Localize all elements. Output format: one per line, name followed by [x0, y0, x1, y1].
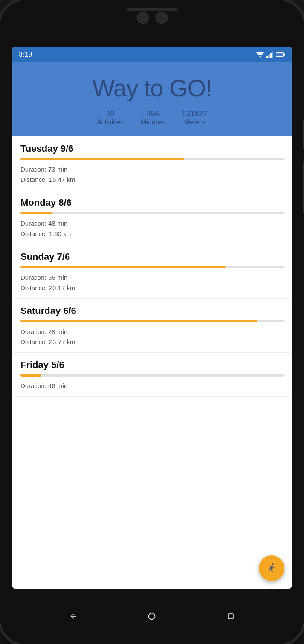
status-time: 3:19: [19, 51, 32, 58]
battery-icon: [276, 52, 285, 57]
progress-bar-container: [20, 320, 284, 322]
activity-distance: Distance: 1.60 km: [20, 229, 284, 239]
progress-bar-fill: [20, 320, 257, 322]
fab-add-activity[interactable]: [259, 555, 284, 581]
stat-minutes-value: 456: [141, 109, 165, 118]
activity-duration: Duration: 46 min: [20, 381, 284, 391]
wifi-icon: [256, 52, 264, 58]
activity-day-label: Sunday 7/6: [20, 251, 284, 262]
list-item[interactable]: Tuesday 9/6Duration: 73 minDistance: 15.…: [12, 136, 292, 190]
activity-day-label: Monday 8/6: [20, 197, 284, 208]
front-camera-1: [137, 12, 149, 24]
stat-minutes: 456 Minutes: [141, 109, 165, 126]
header-title: Way to GO!: [20, 74, 284, 102]
stat-activities-label: Activities: [97, 118, 124, 126]
progress-bar-fill: [20, 158, 184, 160]
list-item[interactable]: Monday 8/6Duration: 48 minDistance: 1.60…: [12, 190, 292, 244]
activity-duration: Duration: 73 min: [20, 164, 284, 175]
activity-duration: Duration: 28 min: [20, 327, 284, 337]
stats-row: 10 Activities 456 Minutes 131827 Meters: [20, 109, 284, 126]
svg-point-8: [149, 613, 155, 620]
stat-meters: 131827 Meters: [182, 109, 207, 126]
svg-point-7: [272, 563, 274, 565]
progress-bar-container: [20, 212, 284, 214]
recents-button[interactable]: [224, 610, 237, 623]
svg-rect-6: [284, 54, 285, 56]
bottom-nav: [0, 589, 304, 644]
speaker: [127, 8, 178, 11]
back-button[interactable]: [67, 610, 80, 623]
camera-group: [137, 12, 168, 24]
stat-minutes-label: Minutes: [141, 118, 165, 126]
activity-day-label: Friday 5/6: [20, 359, 284, 371]
progress-bar-fill: [20, 266, 226, 268]
signal-icon: [266, 52, 273, 58]
activity-day-label: Saturday 6/6: [20, 305, 284, 316]
svg-rect-9: [228, 614, 233, 619]
activity-details: Duration: 28 minDistance: 23.77 km: [20, 327, 284, 347]
activity-distance: Distance: 15.47 km: [20, 175, 284, 185]
status-bar: 3:19: [12, 47, 292, 62]
progress-bar-fill: [20, 212, 52, 214]
progress-bar-container: [20, 158, 284, 160]
stat-meters-value: 131827: [182, 109, 207, 118]
front-camera-2: [156, 12, 168, 24]
svg-rect-0: [266, 56, 268, 58]
activity-details: Duration: 46 min: [20, 381, 284, 391]
activity-details: Duration: 73 minDistance: 15.47 km: [20, 164, 284, 185]
progress-bar-container: [20, 374, 284, 377]
app-header: Way to GO! 10 Activities 456 Minutes 131…: [12, 62, 292, 136]
status-icons: [256, 52, 285, 58]
progress-bar-container: [20, 266, 284, 268]
phone-shell: 3:19: [0, 0, 304, 644]
list-item[interactable]: Friday 5/6Duration: 46 min: [12, 353, 292, 397]
list-item[interactable]: Saturday 6/6Duration: 28 minDistance: 23…: [12, 299, 292, 353]
activity-distance: Distance: 20.17 km: [20, 283, 284, 293]
svg-rect-2: [270, 53, 272, 58]
activity-details: Duration: 48 minDistance: 1.60 km: [20, 218, 284, 239]
home-button[interactable]: [145, 610, 159, 623]
svg-rect-5: [276, 53, 283, 56]
list-item[interactable]: Sunday 7/6Duration: 56 minDistance: 20.1…: [12, 244, 292, 299]
phone-screen: 3:19: [12, 47, 292, 589]
progress-bar-fill: [20, 374, 41, 377]
stat-activities-value: 10: [97, 109, 124, 118]
activity-duration: Duration: 48 min: [20, 218, 284, 229]
activity-day-label: Tuesday 9/6: [20, 143, 284, 154]
svg-rect-1: [269, 55, 270, 58]
running-icon: [266, 562, 278, 574]
stat-meters-label: Meters: [182, 118, 207, 126]
stat-activities: 10 Activities: [97, 109, 124, 126]
activity-distance: Distance: 23.77 km: [20, 337, 284, 347]
svg-rect-3: [272, 52, 274, 58]
activity-duration: Duration: 56 min: [20, 273, 284, 283]
activity-details: Duration: 56 minDistance: 20.17 km: [20, 273, 284, 293]
activity-list[interactable]: Tuesday 9/6Duration: 73 minDistance: 15.…: [12, 136, 292, 589]
